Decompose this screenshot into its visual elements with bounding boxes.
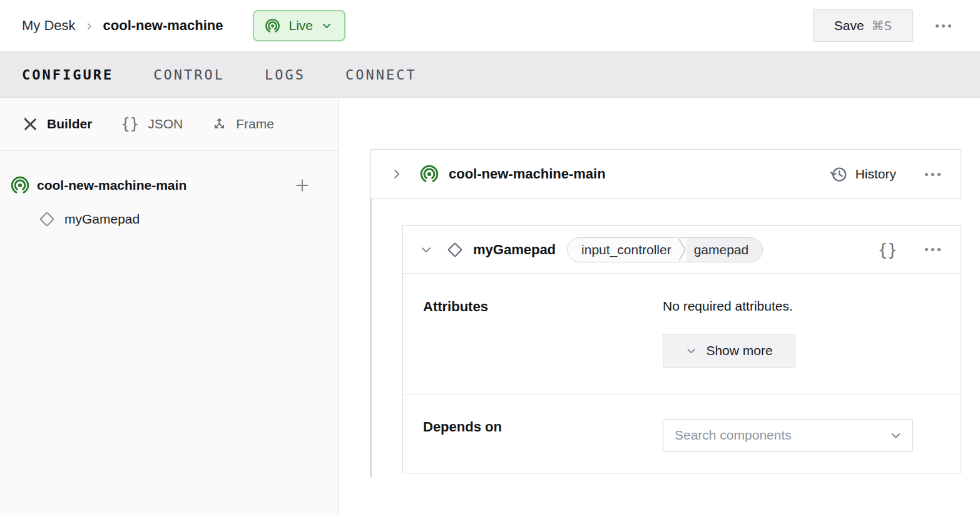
machine-card-title: cool-new-machine-main: [449, 166, 606, 182]
tree-item-machine[interactable]: cool-new-machine-main: [0, 168, 339, 202]
component-card-menu-button[interactable]: [921, 244, 944, 255]
save-button[interactable]: Save ⌘S: [813, 9, 913, 42]
mode-json-label: JSON: [148, 116, 183, 132]
dot-icon: [925, 173, 928, 176]
tree-machine-name: cool-new-machine-main: [37, 178, 186, 193]
component-card-header: myGamepad input_controller gamepad {}: [403, 226, 961, 274]
online-icon: [9, 175, 31, 196]
breadcrumb-separator-icon: ›: [87, 17, 92, 34]
dot-icon: [925, 248, 928, 251]
depends-on-label: Depends on: [423, 419, 663, 452]
mode-builder[interactable]: Builder: [23, 116, 92, 132]
show-more-button[interactable]: Show more: [663, 334, 795, 368]
tab-configure[interactable]: CONFIGURE: [22, 67, 113, 83]
collapse-component-chevron-down-icon[interactable]: [419, 243, 433, 257]
tab-control[interactable]: CONTROL: [153, 67, 225, 83]
tree-component-name: myGamepad: [64, 212, 140, 227]
attributes-label: Attributes: [423, 299, 663, 395]
raw-json-icon[interactable]: {}: [878, 240, 897, 259]
depends-on-select[interactable]: Search components: [663, 419, 913, 452]
mode-frame[interactable]: Frame: [212, 116, 274, 132]
machine-part-tree: cool-new-machine-main myGamepad: [0, 151, 339, 236]
dot-icon: [931, 248, 934, 251]
online-icon: [419, 163, 440, 185]
frame-axes-icon: [212, 116, 227, 132]
mode-builder-label: Builder: [47, 116, 92, 132]
chevron-down-icon: [685, 345, 697, 357]
view-mode-bar: Builder {} JSON Frame: [0, 98, 339, 151]
tree-item-component[interactable]: myGamepad: [0, 202, 339, 236]
tab-bar: CONFIGURE CONTROL LOGS CONNECT: [0, 51, 980, 98]
config-sidebar: Builder {} JSON Frame: [0, 98, 339, 515]
breadcrumb: My Desk › cool-new-machine: [22, 17, 223, 34]
add-component-button[interactable]: [293, 177, 311, 194]
dot-icon: [931, 173, 934, 176]
component-card: myGamepad input_controller gamepad {} A: [402, 225, 961, 473]
history-icon: [829, 165, 848, 183]
attributes-value: No required attributes. Show more: [663, 299, 795, 395]
plus-icon: [293, 177, 311, 194]
tab-connect[interactable]: CONNECT: [345, 67, 417, 83]
mode-json[interactable]: {} JSON: [121, 115, 183, 133]
machine-part-card: cool-new-machine-main History: [370, 149, 961, 199]
config-panel: cool-new-machine-main History: [339, 98, 980, 515]
chevron-down-icon: [889, 429, 902, 442]
depends-on-section: Depends on Search components: [403, 395, 961, 452]
diamond-icon: [38, 210, 56, 229]
component-type: input_controller: [568, 238, 678, 262]
dot-icon: [937, 173, 941, 176]
save-shortcut: ⌘S: [872, 18, 892, 33]
machine-card-menu-button[interactable]: [921, 169, 944, 180]
diamond-icon: [446, 240, 464, 259]
history-button-label: History: [855, 167, 896, 182]
tab-logs[interactable]: LOGS: [265, 67, 305, 83]
component-card-title: myGamepad: [473, 242, 556, 258]
dot-icon: [942, 24, 945, 28]
online-icon: [264, 18, 281, 34]
history-button[interactable]: History: [829, 165, 896, 183]
top-bar: My Desk › cool-new-machine Live Save ⌘S: [0, 0, 980, 51]
attributes-section: Attributes No required attributes. Show …: [403, 274, 961, 395]
live-badge-label: Live: [288, 18, 313, 33]
breadcrumb-parent-link[interactable]: My Desk: [22, 18, 76, 34]
machine-status-dropdown[interactable]: Live: [253, 10, 345, 41]
component-model: gamepad: [687, 238, 763, 262]
dot-icon: [936, 24, 939, 28]
dot-icon: [948, 24, 951, 28]
overflow-menu-button[interactable]: [932, 21, 955, 31]
chevron-down-icon: [320, 19, 333, 32]
content: Builder {} JSON Frame: [0, 98, 980, 515]
breadcrumb-current: cool-new-machine: [103, 18, 223, 34]
tree-connector-line: [370, 199, 372, 477]
mode-frame-label: Frame: [236, 116, 274, 132]
pill-chevron-separator-icon: [678, 238, 687, 262]
tools-icon: [23, 116, 38, 132]
depends-on-placeholder: Search components: [675, 428, 792, 443]
expand-machine-chevron-right-icon[interactable]: [390, 167, 404, 181]
save-button-label: Save: [834, 18, 864, 33]
depends-on-value: Search components: [663, 419, 913, 452]
braces-icon: {}: [121, 115, 139, 133]
component-type-model-pill: input_controller gamepad: [567, 237, 763, 262]
attributes-empty-text: No required attributes.: [663, 299, 795, 314]
show-more-label: Show more: [706, 343, 772, 358]
dot-icon: [937, 248, 941, 251]
